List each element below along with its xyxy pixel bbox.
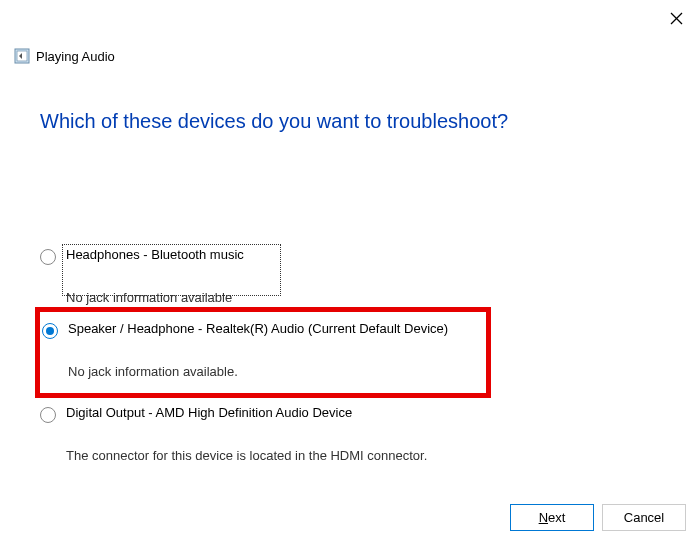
option-label: Digital Output - AMD High Definition Aud…: [66, 405, 352, 420]
highlighted-selection-box: Speaker / Headphone - Realtek(R) Audio (…: [35, 307, 491, 398]
radio-icon-selected: [42, 323, 58, 339]
audio-troubleshoot-icon: [14, 48, 30, 64]
option-subtext: No jack information available.: [68, 364, 480, 379]
cancel-button[interactable]: Cancel: [602, 504, 686, 531]
next-mnemonic: N: [539, 510, 548, 525]
close-icon: [670, 12, 683, 25]
option-subtext: The connector for this device is located…: [66, 448, 660, 463]
page-heading: Which of these devices do you want to tr…: [40, 110, 508, 133]
option-headphones-bluetooth[interactable]: Headphones - Bluetooth music No jack inf…: [40, 244, 660, 305]
wizard-title: Playing Audio: [36, 49, 115, 64]
next-button[interactable]: Next: [510, 504, 594, 531]
option-digital-output-amd[interactable]: Digital Output - AMD High Definition Aud…: [40, 402, 660, 463]
wizard-header: Playing Audio: [14, 48, 115, 64]
wizard-footer: Next Cancel: [510, 504, 686, 531]
option-speaker-realtek[interactable]: Speaker / Headphone - Realtek(R) Audio (…: [42, 318, 480, 379]
next-rest: ext: [548, 510, 565, 525]
close-button[interactable]: [666, 8, 686, 28]
radio-icon: [40, 407, 56, 423]
option-subtext: No jack information available: [66, 290, 261, 305]
option-label: Speaker / Headphone - Realtek(R) Audio (…: [68, 321, 448, 336]
device-options-list: Headphones - Bluetooth music No jack inf…: [40, 244, 660, 471]
radio-icon: [40, 249, 56, 265]
option-label: Headphones - Bluetooth music: [66, 247, 244, 262]
